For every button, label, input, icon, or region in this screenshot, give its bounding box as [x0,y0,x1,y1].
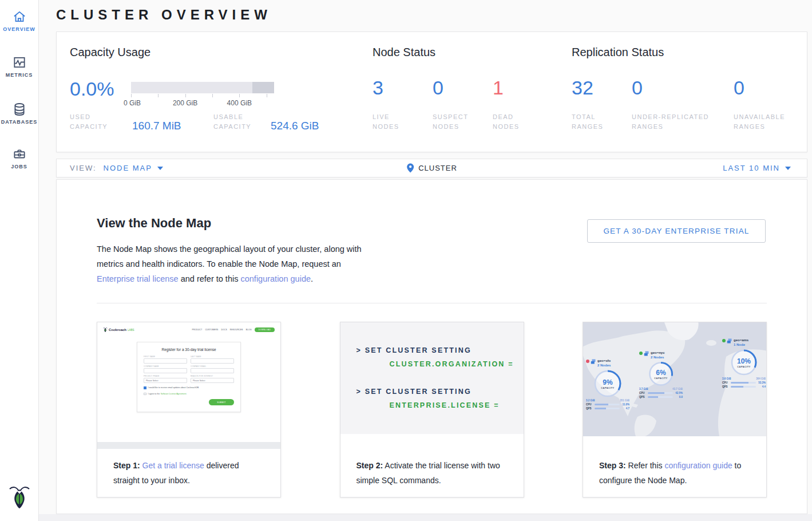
alert-status-icon [586,360,589,363]
unavailable-ranges-label: UNAVAILABLERANGES [734,112,785,132]
used-capacity-label: USEDCAPACITY [70,112,108,132]
configuration-guide-link[interactable]: configuration guide [664,461,732,470]
get-trial-license-link[interactable]: Get a trial license [142,461,204,470]
sidebar-item-overview[interactable]: OVERVIEW [0,9,38,32]
usable-capacity-label: USABLECAPACITY [213,112,251,132]
trial-registration-preview: Cockroach LABS PRODUCT CUSTOMERS DOCS RE… [97,322,280,449]
home-icon [12,9,27,24]
jobs-icon [12,147,27,161]
capacity-bar [131,82,274,93]
suspect-nodes-label: SUSPECTNODES [433,112,468,132]
view-label: VIEW: [70,164,97,172]
dead-nodes-label: DEADNODES [493,112,520,132]
step-3-card: geo=sfo2 Nodes 9% CAPACITY 3.2 GiB351 Gi… [583,322,767,498]
chevron-down-icon [785,167,791,170]
nodes-cube-icon [727,338,732,344]
suspect-nodes-value: 0 [433,77,443,99]
page-title: CLUSTER OVERVIEW [56,7,272,23]
map-locality-ams: geo=ams1 Node 10% CAPACITY 3.6 GiB364 Gi… [722,338,766,388]
node-status-title: Node Status [373,46,435,59]
map-pin-icon [406,163,414,173]
cockroach-logo-icon [103,327,108,333]
capacity-ring: 6% CAPACITY [648,361,674,387]
page-bottom-strip [39,514,812,521]
sidebar-item-metrics[interactable]: METRICS [0,55,38,78]
step-2-caption: Step 2: Activate the trial license with … [340,434,524,488]
view-selector-dropdown[interactable]: NODE MAP [104,164,163,172]
live-nodes-label: LIVENODES [373,112,399,132]
databases-icon [12,102,27,117]
axis-tick-label: 400 GiB [227,99,252,107]
divider [97,303,767,303]
enterprise-trial-button[interactable]: GET A 30-DAY ENTERPRISE TRIAL [587,219,766,243]
axis-tick [131,94,132,97]
sidebar-item-label: DATABASES [0,119,38,125]
under-replicated-ranges-value: 0 [632,77,643,99]
preview-checkbox-unchecked [144,393,146,396]
axis-tick [212,94,213,97]
axis-tick [239,94,240,97]
steps-row: Cockroach LABS PRODUCT CUSTOMERS DOCS RE… [97,322,767,498]
preview-download-button: DOWNLOAD [255,327,275,332]
usable-capacity-value: 524.6 GiB [271,120,319,132]
axis-tick [185,94,186,97]
axis-tick [158,94,159,97]
chevron-down-icon [157,167,163,170]
sidebar-item-label: OVERVIEW [0,26,38,32]
dead-nodes-value: 1 [493,77,504,99]
preview-brand: Cockroach LABS [103,327,134,333]
total-ranges-label: TOTALRANGES [572,112,603,132]
capacity-ring: 9% CAPACITY [593,369,623,398]
metrics-icon [12,55,27,70]
axis-tick-label: 0 GiB [124,99,141,107]
sql-commands-preview: > SET CLUSTER SETTING CLUSTER.ORGANIZATI… [340,322,524,434]
nodes-cube-icon [644,351,649,357]
map-locality-sfo: geo=sfo2 Nodes 9% CAPACITY 3.2 GiB351 Gi… [586,359,629,410]
step-2-card: > SET CLUSTER SETTING CLUSTER.ORGANIZATI… [340,322,524,498]
under-replicated-ranges-label: UNDER-REPLICATEDRANGES [632,112,709,132]
preview-footer [97,442,280,449]
preview-checkbox-checked [144,386,146,389]
replication-status-title: Replication Status [572,46,664,59]
total-ranges-value: 32 [572,77,593,99]
enterprise-trial-license-link[interactable]: Enterprise trial license [97,274,179,283]
preview-nav: PRODUCT CUSTOMERS DOCS RESOURCES BLOG DO… [192,327,275,332]
healthy-status-icon [639,352,643,355]
capacity-bar-reserved-segment [252,82,274,93]
axis-tick [267,94,267,97]
cluster-summary-panel: Capacity Usage 0.0% 0 GiB 200 GiB 400 Gi… [56,31,807,152]
capacity-ring: 10% CAPACITY [730,348,758,377]
sidebar-item-label: JOBS [0,164,38,169]
step-1-card: Cockroach LABS PRODUCT CUSTOMERS DOCS RE… [97,322,281,498]
nodes-cube-icon [591,359,596,365]
used-capacity-value: 160.7 MiB [132,120,181,132]
healthy-status-icon [722,339,726,342]
sidebar: OVERVIEW METRICS DATABASES JOBS [0,0,39,521]
breadcrumb-label: CLUSTER [418,164,457,172]
step-3-caption: Step 3: Refer this configuration guide t… [583,436,766,488]
cockroach-labs-logo [8,484,31,510]
map-locality-nyc: geo=nyc2 Nodes 6% CAPACITY 3.7 GiB43.7 G… [639,351,683,398]
time-range-dropdown[interactable]: LAST 10 MIN [723,164,807,172]
sidebar-item-jobs[interactable]: JOBS [0,147,38,169]
breadcrumb: CLUSTER [406,163,457,173]
node-map-panel: View the Node Map The Node Map shows the… [56,179,807,514]
sidebar-item-databases[interactable]: DATABASES [0,102,38,125]
preview-registration-form: Register for a 30-day trial license FIRS… [137,342,241,412]
view-bar: VIEW: NODE MAP CLUSTER LAST 10 MIN [56,159,807,177]
axis-tick-label: 200 GiB [173,99,197,107]
unavailable-ranges-value: 0 [734,77,744,99]
capacity-usage-title: Capacity Usage [70,46,150,59]
step-1-caption: Step 1: Get a trial license delivered st… [97,449,280,488]
node-map-heading: View the Node Map [97,216,211,231]
capacity-used-percent: 0.0% [70,78,114,100]
node-map-preview: geo=sfo2 Nodes 9% CAPACITY 3.2 GiB351 Gi… [583,322,766,436]
node-map-description: The Node Map shows the geographical layo… [97,242,366,286]
configuration-guide-link[interactable]: configuration guide [240,274,311,283]
live-nodes-value: 3 [373,77,383,99]
sidebar-item-label: METRICS [0,72,38,78]
preview-submit-button: SUBMIT [209,399,234,405]
